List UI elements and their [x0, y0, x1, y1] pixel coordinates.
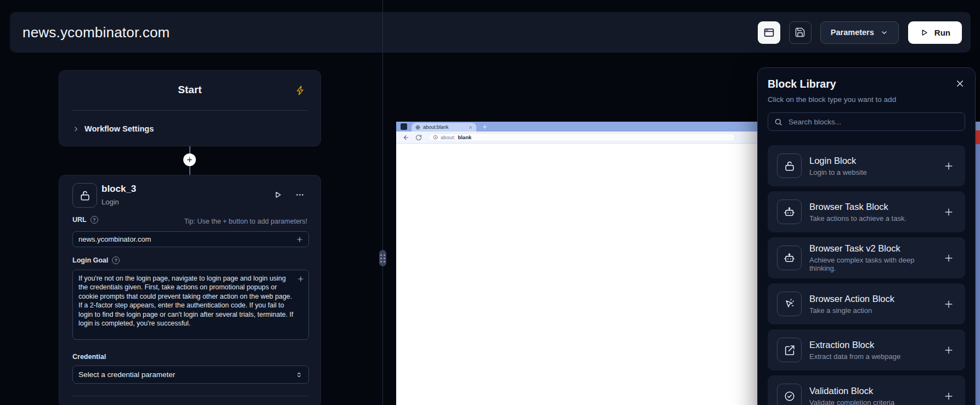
- new-tab-button[interactable]: [482, 124, 488, 130]
- start-node-title: Start: [59, 84, 320, 96]
- lightning-bolt-icon: [295, 85, 306, 96]
- search-input[interactable]: [787, 117, 959, 127]
- block-card-description: Validate completion criteria: [809, 398, 894, 405]
- parameters-button[interactable]: Parameters: [820, 21, 899, 44]
- save-button[interactable]: [789, 21, 812, 44]
- block-name: block_3: [102, 184, 136, 195]
- address-host: blank: [458, 134, 471, 140]
- run-block-button[interactable]: [273, 190, 283, 199]
- top-header: news.ycombinator.com Parameters: [10, 12, 971, 53]
- address-scheme: about:: [441, 134, 455, 140]
- start-card-divider: [72, 110, 308, 111]
- block-card-login-block[interactable]: Login Block Login to a website: [768, 145, 965, 186]
- block-card-extraction-block[interactable]: Extraction Block Extract data from a web…: [768, 329, 965, 370]
- cursor-icon: [777, 292, 802, 316]
- block-card-description: Login to a website: [809, 168, 867, 176]
- help-icon[interactable]: ?: [112, 256, 120, 264]
- url-field-label: URL: [72, 216, 87, 224]
- block-menu-button[interactable]: [295, 190, 305, 199]
- block-card-title: Extraction Block: [809, 340, 900, 350]
- workflow-settings-label: Workflow Settings: [85, 124, 154, 133]
- login-goal-label: Login Goal: [72, 256, 108, 264]
- browser-edge-strip: [975, 144, 980, 405]
- login-block-node-card[interactable]: block_3 Login URL ? Tip: Use the + butto…: [59, 175, 321, 405]
- block-type-label: Login: [102, 198, 119, 206]
- block-card-description: Take actions to achieve a task.: [809, 214, 906, 223]
- robot-icon: [777, 246, 802, 270]
- chevron-down-icon: [880, 28, 888, 37]
- workflow-settings-toggle[interactable]: Workflow Settings: [72, 120, 154, 138]
- workflow-builder-app: news.ycombinator.com Parameters: [0, 0, 980, 405]
- tab-close-icon[interactable]: [469, 126, 472, 129]
- block-library-subtitle: Click on the block type you want to add: [768, 94, 965, 105]
- tab-title: about:blank: [423, 124, 449, 130]
- unlock-icon: [79, 190, 91, 202]
- block-card-title: Browser Task v2 Block: [809, 243, 936, 254]
- app-window-icon: [763, 27, 775, 38]
- url-input[interactable]: [78, 235, 296, 243]
- add-block-icon[interactable]: [943, 299, 954, 310]
- card-section-divider: [72, 396, 309, 396]
- window-menu-icon[interactable]: [401, 123, 407, 130]
- run-button[interactable]: Run: [908, 21, 962, 44]
- block-card-description: Take a single action: [809, 306, 894, 315]
- browser-tab[interactable]: about:blank: [412, 123, 476, 132]
- run-label: Run: [934, 28, 950, 37]
- globe-icon: [415, 125, 420, 130]
- close-icon[interactable]: [955, 78, 965, 89]
- block-card-browser-task-block[interactable]: Browser Task Block Take actions to achie…: [768, 191, 965, 232]
- parameters-tip-text: Tip: Use the + button to add parameters!: [184, 218, 307, 225]
- block-card-title: Validation Block: [809, 386, 894, 396]
- add-block-icon[interactable]: [943, 161, 954, 172]
- add-parameter-icon[interactable]: [296, 236, 303, 243]
- add-block-icon[interactable]: [943, 391, 954, 402]
- block-library-title: Block Library: [768, 77, 836, 91]
- block-icon-box: [72, 183, 97, 208]
- login-goal-textarea-wrap: If you're not on the login page, navigat…: [72, 270, 309, 340]
- block-card-title: Browser Action Block: [809, 294, 894, 304]
- unlock-icon: [777, 153, 802, 178]
- block-card-description: Extract data from a webpage: [809, 352, 900, 361]
- block-card-validation-block[interactable]: Validation Block Validate completion cri…: [768, 375, 965, 405]
- page-title: news.ycombinator.com: [22, 24, 170, 41]
- canvas-divider: [382, 0, 383, 405]
- block-search: [768, 112, 965, 131]
- help-icon[interactable]: ?: [91, 216, 98, 224]
- extract-icon: [777, 338, 802, 362]
- add-block-icon[interactable]: [943, 207, 954, 218]
- parameters-label: Parameters: [831, 28, 874, 37]
- add-block-icon[interactable]: [943, 345, 954, 356]
- add-block-connector-button[interactable]: [183, 153, 196, 166]
- credential-select-value: Select a credential parameter: [78, 370, 295, 379]
- chevron-right-icon: [72, 125, 80, 133]
- browser-view-button[interactable]: [758, 21, 780, 44]
- chevron-up-down-icon: [295, 371, 303, 379]
- login-goal-textarea[interactable]: If you're not on the login page, navigat…: [73, 270, 308, 339]
- search-icon: [774, 118, 782, 126]
- block-library-panel: Block Library Click on the block type yo…: [757, 67, 976, 405]
- robot-icon: [777, 199, 802, 224]
- back-icon[interactable]: [403, 134, 409, 141]
- check-circle-icon: [777, 384, 802, 405]
- info-icon[interactable]: [433, 135, 438, 140]
- block-card-description: Achieve complex tasks with deep thinking…: [809, 256, 936, 272]
- panel-resize-grip[interactable]: [379, 250, 386, 266]
- start-node-card[interactable]: Start Workflow Settings: [59, 70, 321, 146]
- play-icon: [920, 28, 929, 37]
- credential-select[interactable]: Select a credential parameter: [72, 366, 309, 384]
- add-block-icon[interactable]: [943, 253, 954, 264]
- save-icon: [795, 27, 806, 38]
- record-indicator: [975, 130, 980, 144]
- block-list: Login Block Login to a website: [768, 145, 965, 405]
- add-parameter-icon[interactable]: [297, 275, 305, 283]
- block-card-browser-action-block[interactable]: Browser Action Block Take a single actio…: [768, 283, 965, 324]
- block-card-title: Browser Task Block: [809, 202, 906, 212]
- credential-label: Credential: [72, 353, 106, 361]
- url-input-wrap: [72, 231, 309, 247]
- reload-icon[interactable]: [415, 134, 422, 141]
- address-bar[interactable]: about:blank: [428, 133, 735, 141]
- block-card-title: Login Block: [809, 156, 867, 166]
- block-card-browser-task-v2-block[interactable]: Browser Task v2 Block Achieve complex ta…: [768, 237, 965, 278]
